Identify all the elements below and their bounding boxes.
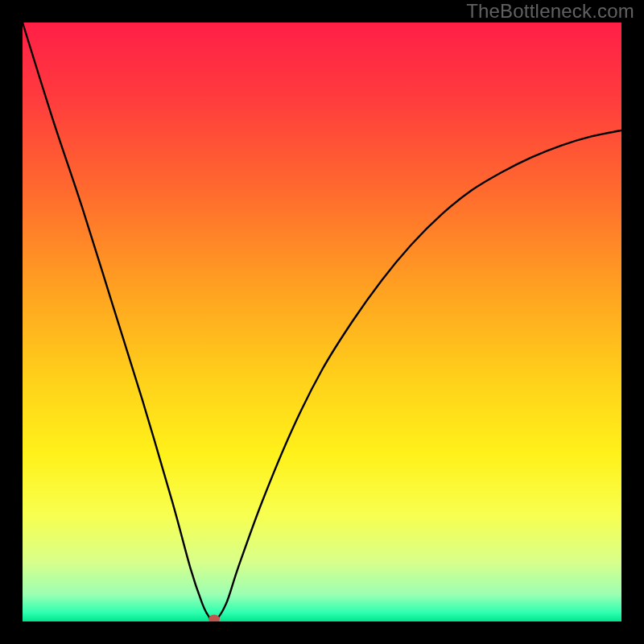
- plot-svg: [23, 23, 621, 621]
- plot-area: [23, 23, 621, 621]
- gradient-background: [23, 23, 621, 621]
- watermark-text: TheBottleneck.com: [466, 0, 634, 23]
- chart-frame: TheBottleneck.com: [0, 0, 644, 644]
